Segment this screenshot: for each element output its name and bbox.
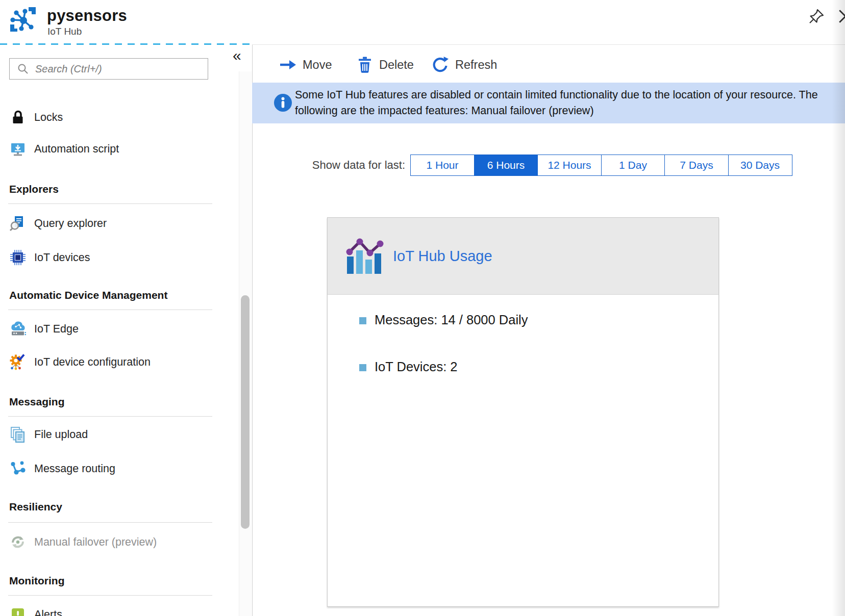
bullet-icon: [359, 364, 366, 371]
move-button[interactable]: Move: [279, 53, 332, 76]
sidebar-scrollbar-thumb[interactable]: [241, 295, 250, 529]
sidebar-section-automatic-device-management: Automatic Device Management: [9, 289, 167, 302]
sidebar-item-alerts[interactable]: Alerts: [0, 602, 232, 616]
sidebar-section-resiliency: Resiliency: [9, 501, 62, 514]
search-icon: [17, 63, 29, 75]
sidebar-item-iot-edge[interactable]: IoT Edge: [0, 316, 232, 342]
file-upload-icon: [9, 426, 27, 443]
usage-card-title[interactable]: IoT Hub Usage: [393, 218, 492, 294]
section-divider: [8, 522, 212, 523]
search-input[interactable]: [34, 63, 208, 75]
sidebar-item-iot-devices[interactable]: IoT devices: [0, 245, 232, 270]
range-button-12-hours[interactable]: 12 Hours: [537, 155, 602, 176]
sidebar-item-automation-script[interactable]: Automation script: [0, 136, 232, 162]
sidebar-item-file-upload[interactable]: File upload: [0, 422, 232, 447]
delete-button[interactable]: Delete: [356, 53, 414, 76]
query-explorer-icon: [9, 215, 27, 232]
alerts-icon: [9, 606, 27, 616]
trash-icon: [356, 56, 374, 74]
refresh-icon: [431, 56, 450, 74]
usage-chart-icon: [343, 236, 386, 276]
banner-message: Some IoT Hub features are disabled or co…: [295, 87, 828, 119]
message-routing-icon: [9, 460, 27, 477]
sidebar-item-manual-failover[interactable]: Manual failover (preview): [0, 529, 232, 555]
section-divider: [8, 310, 212, 310]
range-button-6-hours[interactable]: 6 Hours: [474, 155, 538, 176]
sidebar-item-query-explorer[interactable]: Query explorer: [0, 211, 232, 236]
iot-hub-usage-card: IoT Hub Usage Messages: 14 / 8000 Daily …: [327, 217, 719, 607]
range-button-7-days[interactable]: 7 Days: [664, 155, 729, 176]
sidebar-item-message-routing[interactable]: Message routing: [0, 456, 232, 481]
iot-devices-icon: [9, 249, 27, 266]
pin-blade-icon[interactable]: [806, 7, 826, 27]
info-banner: Some IoT Hub features are disabled or co…: [252, 83, 845, 123]
close-blade-icon[interactable]: [837, 8, 845, 24]
lock-icon: [9, 109, 27, 126]
automation-script-icon: [9, 140, 27, 158]
sidebar-scrollbar-track[interactable]: [239, 71, 252, 616]
sidebar-section-monitoring: Monitoring: [9, 575, 64, 588]
section-divider: [8, 595, 212, 596]
resource-type-subtitle: IoT Hub: [47, 26, 82, 37]
sidebar: « Locks Automation script Explorers: [0, 45, 253, 616]
sidebar-item-locks[interactable]: Locks: [0, 105, 232, 130]
azure-iot-hub-blade: { "header": { "title": "pysensors", "sub…: [0, 0, 845, 616]
range-button-1-day[interactable]: 1 Day: [601, 155, 665, 176]
info-icon: [274, 93, 292, 112]
show-data-label: Show data for last:: [255, 155, 405, 176]
sidebar-section-explorers: Explorers: [9, 183, 59, 196]
range-button-1-hour[interactable]: 1 Hour: [410, 155, 475, 176]
sidebar-search[interactable]: [9, 58, 208, 80]
sidebar-section-messaging: Messaging: [9, 396, 65, 409]
iot-device-configuration-icon: [9, 353, 27, 371]
section-divider: [8, 416, 212, 417]
range-button-30-days[interactable]: 30 Days: [728, 155, 792, 176]
bullet-icon: [359, 317, 366, 324]
refresh-button[interactable]: Refresh: [431, 53, 497, 76]
iot-edge-icon: [9, 320, 27, 338]
section-divider: [8, 203, 212, 204]
usage-card-header[interactable]: IoT Hub Usage: [328, 218, 718, 295]
page-title: pysensors: [47, 7, 127, 25]
move-arrow-icon: [279, 56, 297, 74]
time-range-group: 1 Hour 6 Hours 12 Hours 1 Day 7 Days 30 …: [410, 155, 792, 176]
sidebar-item-iot-device-configuration[interactable]: IoT device configuration: [0, 349, 232, 375]
iot-hub-logo-icon: [8, 5, 38, 35]
collapse-sidebar-icon[interactable]: «: [233, 48, 241, 63]
manual-failover-icon: [9, 533, 27, 551]
content-top-divider: [252, 44, 845, 45]
